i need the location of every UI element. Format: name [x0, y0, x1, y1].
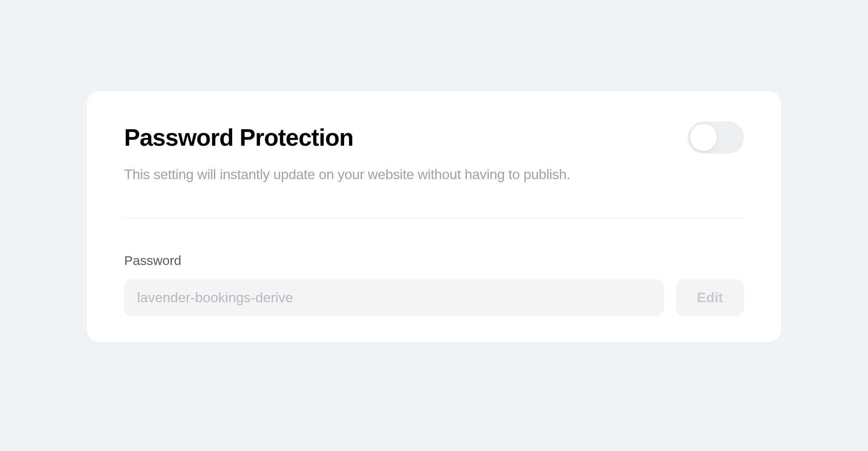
- edit-button[interactable]: Edit: [676, 279, 744, 316]
- divider: [124, 218, 744, 219]
- password-protection-toggle[interactable]: [687, 121, 744, 154]
- card-header: Password Protection: [124, 121, 744, 154]
- password-label: Password: [124, 253, 744, 268]
- card-description: This setting will instantly update on yo…: [124, 167, 744, 183]
- toggle-knob: [690, 124, 717, 151]
- card-title: Password Protection: [124, 124, 353, 151]
- password-input[interactable]: [124, 279, 664, 316]
- password-field-row: Edit: [124, 279, 744, 316]
- password-protection-card: Password Protection This setting will in…: [87, 91, 781, 342]
